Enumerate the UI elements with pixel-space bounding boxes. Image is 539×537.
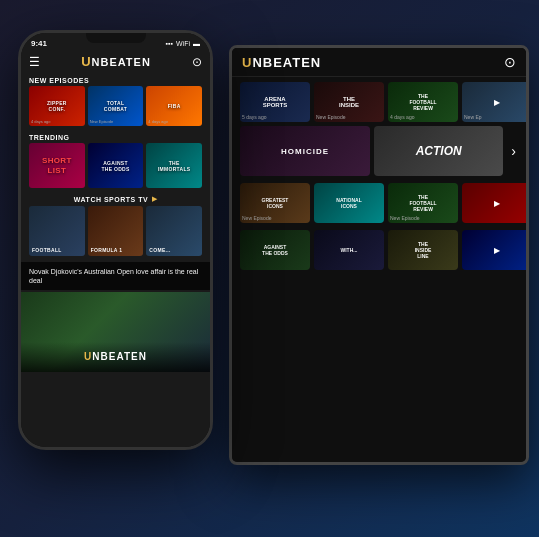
sport-formula-label: FORMULA 1 [91,247,123,253]
sport-other-label: COME... [149,247,170,253]
tv-logo-u: U [242,55,252,70]
tv-user-icon[interactable]: ⊙ [504,54,516,70]
tv-logo-text: NBEATEN [252,55,321,70]
thumb-combat[interactable]: TOTALCOMBAT New Episode [88,86,144,126]
tv-row2-arrow[interactable]: › [507,143,518,159]
tv-thumb-more-1[interactable]: ▶ New Ep [462,82,526,122]
tv-row-3: GREATESTICONS New Episode NATIONALICONS … [232,178,526,225]
tv-thumb-more-4[interactable]: ▶ [462,230,526,270]
watch-sports-arrow: ▶ [152,195,157,203]
thumb-against-odds[interactable]: AGAINSTTHE ODDS [88,143,144,188]
hero-logo: UNBEATEN [84,351,147,362]
new-episodes-label: NEW EPISODES [21,73,210,86]
trending-row: SHORTLIST AGAINSTTHE ODDS THEIMMORTALS [21,143,210,192]
thumb-combat-label: TOTALCOMBAT [104,100,127,112]
logo-u: U [81,54,91,69]
tv-logo: UNBEATEN [242,55,321,70]
thumb-fiba-label: FIBA [168,103,181,109]
sport-football-label: FOOTBALL [32,247,62,253]
trending-label: TRENDING [21,130,210,143]
sport-thumb-football[interactable]: FOOTBALL [29,206,85,256]
sport-thumb-formula[interactable]: FORMULA 1 [88,206,144,256]
sport-thumb-other[interactable]: COME... [146,206,202,256]
battery-icon: ▬ [193,40,200,47]
tv-thumb-arena[interactable]: ARENASPORTS 5 days ago [240,82,310,122]
hero-logo-text: NBEATEN [92,351,147,362]
tv-thumb-football-review[interactable]: THEFOOTBALLREVIEW 4 days ago [388,82,458,122]
tv-arena-badge: 5 days ago [242,114,266,120]
thumb-fiba[interactable]: FIBA 4 days ago [146,86,202,126]
thumb-immortals-label: THEIMMORTALS [158,160,191,172]
wifi-icon: WiFi [176,40,190,47]
tv-bottom-fill [232,272,526,332]
article-title: Novak Djokovic's Australian Open love af… [29,267,202,285]
article-bar[interactable]: Novak Djokovic's Australian Open love af… [21,262,210,290]
tv-row-4: AGAINSTTHE ODDS WITH... THEINSIDELINE ▶ … [232,225,526,272]
tv-device: UNBEATEN ⊙ ARENASPORTS 5 days ago THEINS… [229,45,529,465]
tv-thumb-homicide[interactable]: HOMICIDE [240,126,370,176]
tv-thumb-more-3[interactable]: ▶ [462,183,526,223]
tv-row-1: ARENASPORTS 5 days ago THEINSIDE New Epi… [232,77,526,124]
tv-thumb-action[interactable]: ACTION [374,126,503,176]
watch-sports-label: WATCH SPORTS TV [74,196,148,203]
thumb-zipper-badge: 4 days ago [31,119,51,124]
tv-header: UNBEATEN ⊙ [232,48,526,77]
thumb-shortlist-label: SHORTLIST [42,156,72,175]
tv-thumb-odds[interactable]: AGAINSTTHE ODDS [240,230,310,270]
sports-grid: FOOTBALL FORMULA 1 COME... [21,206,210,260]
phone-hero-image: UNBEATEN [21,292,210,372]
new-episodes-row: ZIPPERCONF. 4 days ago TOTALCOMBAT New E… [21,86,210,130]
phone-logo: UNBEATEN [81,54,151,69]
tv-screen: UNBEATEN ⊙ ARENASPORTS 5 days ago THEINS… [232,48,526,462]
phone-notch [86,33,146,43]
menu-icon[interactable]: ☰ [29,55,40,69]
thumb-fiba-badge: 4 days ago [148,119,168,124]
tv-thumb-greatest-icons[interactable]: GREATESTICONS New Episode [240,183,310,223]
tv-football-badge: 4 days ago [390,114,414,120]
tv-more1-badge: New Ep [464,114,482,120]
status-time: 9:41 [31,39,47,48]
tv-thumb-football-review-2[interactable]: THEFOOTBALLREVIEW New Episode [388,183,458,223]
thumb-zipper[interactable]: ZIPPERCONF. 4 days ago [29,86,85,126]
tv-thumb-with[interactable]: WITH... [314,230,384,270]
tv-thumb-inside[interactable]: THEINSIDE New Episode [314,82,384,122]
tv-football2-badge: New Episode [390,215,419,221]
thumb-immortals[interactable]: THEIMMORTALS [146,143,202,188]
phone-screen: 9:41 ▪▪▪ WiFi ▬ ☰ UNBEATEN ⊙ NEW EPISODE… [21,33,210,447]
tv-thumb-inside-line[interactable]: THEINSIDELINE [388,230,458,270]
user-icon[interactable]: ⊙ [192,55,202,69]
thumb-zipper-label: ZIPPERCONF. [47,100,67,112]
thumb-combat-badge: New Episode [90,119,114,124]
tv-row-2: HOMICIDE ACTION › [232,124,526,178]
thumb-odds-label: AGAINSTTHE ODDS [101,160,129,172]
signal-icon: ▪▪▪ [166,40,173,47]
tv-thumb-national-icons[interactable]: NATIONALICONS [314,183,384,223]
phone-header: ☰ UNBEATEN ⊙ [21,50,210,73]
thumb-shortlist[interactable]: SHORTLIST [29,143,85,188]
watch-sports-bar[interactable]: WATCH SPORTS TV ▶ [21,192,210,206]
tv-icons-badge: New Episode [242,215,271,221]
logo-text: NBEATEN [92,56,151,68]
phone-device: 9:41 ▪▪▪ WiFi ▬ ☰ UNBEATEN ⊙ NEW EPISODE… [18,30,213,450]
tv-inside-badge: New Episode [316,114,345,120]
status-icons: ▪▪▪ WiFi ▬ [166,40,200,47]
hero-logo-u: U [84,351,92,362]
